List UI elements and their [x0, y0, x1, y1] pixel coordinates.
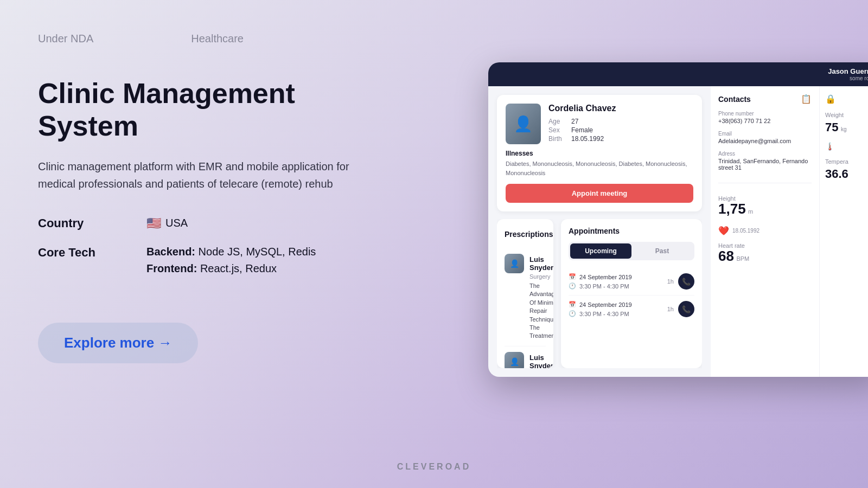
patient-top: 👤 Cordelia Chavez Age 27 Sex [506, 104, 693, 144]
appointments-tab-group: Upcoming Past [569, 242, 694, 260]
contacts-icon: 📋 [801, 94, 812, 104]
address-value: Trinidad, SanFernando, Fernando street 3… [718, 158, 812, 171]
prescription-name-row-2: Luis Snyder 04 Nov 2020 [529, 352, 553, 368]
age-value: 27 [571, 118, 578, 125]
phone-icon-1: 📞 [682, 278, 691, 286]
appointments-title: Appointments [569, 227, 620, 235]
birth-label: Birth [548, 135, 568, 143]
prescriptions-header: Prescriptions See all [505, 227, 546, 242]
age-row: Age 27 [548, 118, 693, 125]
appointment-time-row-2: 🕐 3:30 PM - 4:30 PM [569, 310, 632, 317]
address-label: Adress [718, 151, 812, 157]
prescription-avatar-2: 👤 [505, 352, 524, 368]
weight-value: 75 [825, 120, 838, 134]
height-value-row: 1,75 m [718, 202, 812, 216]
heartrate-value-row: 68 BPM [718, 249, 812, 263]
appointment-item-1: 📅 24 September 2019 🕐 3:30 PM - 4:30 PM … [569, 268, 694, 296]
illnesses-label: Illnesses [506, 150, 693, 157]
appointment-date-2: 24 September 2019 [579, 301, 632, 308]
avatar-image: 👤 [506, 104, 541, 144]
patient-section: 👤 Cordelia Chavez Age 27 Sex [488, 86, 711, 377]
appointment-duration-1: 1h [667, 278, 674, 285]
tech-label: Core Tech [38, 246, 146, 260]
bottom-row: Prescriptions See all 👤 Luis Snyder 04 N… [497, 219, 702, 368]
top-labels: Under NDA Healthcare [38, 33, 363, 45]
appointment-time-2: 3:30 PM - 4:30 PM [579, 311, 629, 317]
tab-upcoming[interactable]: Upcoming [570, 243, 631, 259]
patient-info: Cordelia Chavez Age 27 Sex Female [548, 104, 693, 144]
left-panel: Under NDA Healthcare Clinic Management S… [0, 0, 401, 488]
heart-icon: ❤️ [718, 226, 729, 236]
temp-item: 🌡️ [825, 142, 868, 151]
explore-more-button[interactable]: Explore more → [38, 323, 198, 363]
tech-row: Core Tech Backend: Node JS, MySQL, Redis… [38, 246, 363, 275]
appointment-row-2: 📅 24 September 2019 🕐 3:30 PM - 4:30 PM … [569, 301, 694, 317]
lock-icon: 🔒 [825, 94, 868, 104]
appointments-panel: Appointments Upcoming Past 📅 24 Septembe… [561, 219, 702, 368]
prescription-item: 👤 Luis Snyder 04 Nov 2020 Surgery The Ad… [505, 248, 546, 346]
patient-card: 👤 Cordelia Chavez Age 27 Sex [497, 95, 702, 211]
brand-footer: CLEVEROAD [397, 462, 471, 472]
phone-item: Phone number +38(063) 770 71 22 [718, 111, 812, 124]
patient-avatar: 👤 [506, 104, 541, 144]
appointment-date-1: 24 September 2019 [579, 274, 632, 280]
brand-name: CLEVEROAD [397, 462, 471, 471]
country-label: Country [38, 216, 146, 230]
email-value: Adelaidepayne@gmail.com [718, 138, 812, 144]
app-body: 👤 Cordelia Chavez Age 27 Sex [488, 86, 868, 377]
calendar-icon-1: 📅 [569, 273, 576, 280]
see-all-link[interactable]: See all [553, 227, 553, 242]
appointment-right-2: 1h 📞 [667, 301, 694, 317]
contacts-panel: Contacts 📋 Phone number +38(063) 770 71 … [711, 86, 819, 377]
temp-label: Tempera [825, 158, 868, 165]
contacts-header-row: Contacts 📋 [718, 94, 812, 104]
frontend-value: React.js, Redux [200, 262, 277, 274]
backend-label: Backend: [146, 246, 195, 258]
call-button-1[interactable]: 📞 [678, 273, 694, 290]
tab-past[interactable]: Past [631, 243, 693, 259]
weight-label: Weight [825, 112, 868, 118]
category-label: Healthcare [191, 33, 244, 45]
country-value: 🇺🇸 USA [146, 216, 188, 230]
tech-values: Backend: Node JS, MySQL, Redis Frontend:… [146, 246, 316, 275]
heartrate-value: 68 [718, 248, 734, 264]
backend-value: Node JS, MySQL, Redis [199, 246, 316, 258]
thermometer-icon: 🌡️ [825, 142, 868, 151]
sex-label: Sex [548, 126, 568, 134]
flag-icon: 🇺🇸 [146, 216, 161, 230]
weight-item: Weight 75 kg [825, 112, 868, 134]
description-text: Clinic management platform with EMR and … [38, 158, 353, 192]
patient-name: Cordelia Chavez [548, 104, 693, 113]
address-item: Adress Trinidad, SanFernando, Fernando s… [718, 151, 812, 171]
sex-row: Sex Female [548, 126, 693, 134]
appoint-meeting-button[interactable]: Appoint meeting [506, 184, 693, 203]
nda-label: Under NDA [38, 33, 93, 45]
phone-label: Phone number [718, 111, 812, 117]
window-header: Jason Guerre some role [488, 62, 868, 86]
clock-icon-1: 🕐 [569, 282, 576, 290]
call-button-2[interactable]: 📞 [678, 301, 694, 317]
height-unit: m [748, 208, 753, 215]
patient-details: Age 27 Sex Female Birth 18.05.1992 [548, 118, 693, 143]
appointment-duration-2: 1h [667, 306, 674, 312]
prescription-doctor-1: Luis Snyder [529, 255, 553, 272]
illnesses-section: Illnesses Diabetes, Mononucleosis, Monon… [506, 150, 693, 177]
backend-line: Backend: Node JS, MySQL, Redis [146, 246, 316, 258]
prescriptions-title: Prescriptions [505, 230, 553, 239]
frontend-line: Frontend: React.js, Redux [146, 262, 316, 275]
appointments-header: Appointments [569, 227, 694, 235]
appointment-date-row-1: 📅 24 September 2019 [569, 273, 632, 280]
illnesses-text: Diabetes, Mononucleosis, Mononucleosis, … [506, 159, 693, 177]
prescription-avatar-1: 👤 [505, 254, 524, 273]
birth-row: Birth 18.05.1992 [548, 135, 693, 143]
email-label: Email [718, 131, 812, 137]
appointment-time-row-1: 🕐 3:30 PM - 4:30 PM [569, 282, 632, 290]
heart-row: ❤️ 18.05.1992 [718, 226, 812, 236]
phone-value: +38(063) 770 71 22 [718, 118, 812, 124]
appointment-left-1: 📅 24 September 2019 🕐 3:30 PM - 4:30 PM [569, 273, 632, 290]
prescription-type-1: Surgery [529, 273, 553, 280]
temp-value: 36.6 [825, 167, 868, 181]
prescription-item-2: 👤 Luis Snyder 04 Nov 2020 Surgery The Ad… [505, 346, 546, 368]
weight-value-row: 75 kg [825, 120, 868, 134]
appointment-item-2: 📅 24 September 2019 🕐 3:30 PM - 4:30 PM … [569, 296, 694, 323]
